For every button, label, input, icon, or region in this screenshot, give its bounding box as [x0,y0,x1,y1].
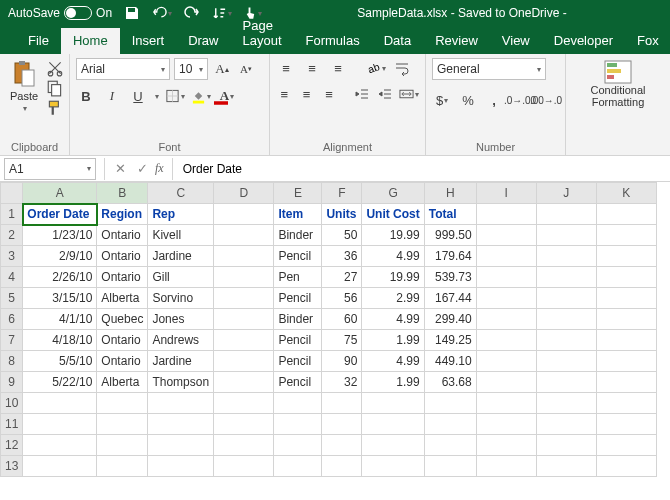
cell[interactable] [536,246,596,267]
tab-review[interactable]: Review [423,28,490,54]
cell[interactable] [97,456,148,477]
cell[interactable]: Rep [148,204,214,225]
row-header[interactable]: 10 [1,393,23,414]
name-box[interactable]: A1▾ [4,158,96,180]
col-header[interactable]: K [596,183,656,204]
cell[interactable] [424,435,476,456]
cell[interactable]: 167.44 [424,288,476,309]
increase-decimal-icon[interactable]: .0→.00 [510,90,530,110]
cell[interactable]: Andrews [148,330,214,351]
bold-button[interactable]: B [76,86,96,106]
cell[interactable]: 60 [322,309,362,330]
col-header[interactable]: H [424,183,476,204]
cell[interactable] [274,414,322,435]
cell[interactable] [596,330,656,351]
cell[interactable] [476,309,536,330]
cell[interactable]: 50 [322,225,362,246]
cell[interactable] [214,456,274,477]
align-right-icon[interactable]: ≡ [321,84,337,104]
cell[interactable] [148,414,214,435]
cell[interactable]: 4.99 [362,351,424,372]
cell[interactable] [476,414,536,435]
cell[interactable] [23,456,97,477]
cell[interactable] [424,393,476,414]
align-center-icon[interactable]: ≡ [298,84,314,104]
cell[interactable]: 5/5/10 [23,351,97,372]
font-color-icon[interactable]: A▾ [217,86,237,106]
grow-font-icon[interactable]: A▴ [212,59,232,79]
cell[interactable]: Pencil [274,288,322,309]
cell[interactable]: Units [322,204,362,225]
autosave-toggle[interactable]: AutoSave On [8,6,112,20]
cell[interactable] [214,225,274,246]
cell[interactable] [214,204,274,225]
copy-icon[interactable] [46,80,64,96]
decrease-decimal-icon[interactable]: .00→.0 [536,90,556,110]
cell[interactable] [476,330,536,351]
row-header[interactable]: 1 [1,204,23,225]
cell[interactable] [214,435,274,456]
cell[interactable] [214,288,274,309]
cell[interactable]: Ontario [97,267,148,288]
cell[interactable] [476,435,536,456]
cell[interactable] [274,456,322,477]
cell[interactable]: Pencil [274,372,322,393]
cell[interactable]: 449.10 [424,351,476,372]
cell[interactable]: Quebec [97,309,148,330]
worksheet-grid[interactable]: ABCDEFGHIJK 1Order DateRegionRepItemUnit… [0,182,670,477]
cell[interactable]: 5/22/10 [23,372,97,393]
cell[interactable]: 36 [322,246,362,267]
cell[interactable]: Pencil [274,330,322,351]
cell[interactable] [596,225,656,246]
cell[interactable]: Jardine [148,246,214,267]
cell[interactable] [97,393,148,414]
col-header[interactable]: G [362,183,424,204]
cell[interactable] [476,351,536,372]
paste-button[interactable]: Paste ▾ [6,58,42,115]
cell[interactable]: 56 [322,288,362,309]
cell[interactable] [536,372,596,393]
cell[interactable]: Alberta [97,288,148,309]
cell[interactable] [362,393,424,414]
cell[interactable] [424,414,476,435]
font-name-combo[interactable]: Arial▾ [76,58,170,80]
cell[interactable] [214,372,274,393]
cell[interactable] [596,246,656,267]
row-header[interactable]: 4 [1,267,23,288]
percent-icon[interactable]: % [458,90,478,110]
cell[interactable] [536,435,596,456]
cell[interactable] [476,267,536,288]
cell[interactable] [97,414,148,435]
cell[interactable]: Ontario [97,225,148,246]
row-header[interactable]: 11 [1,414,23,435]
cell[interactable]: Kivell [148,225,214,246]
cell[interactable]: 63.68 [424,372,476,393]
col-header[interactable]: I [476,183,536,204]
cell[interactable]: 999.50 [424,225,476,246]
format-painter-icon[interactable] [46,100,64,116]
cell[interactable]: 539.73 [424,267,476,288]
cell[interactable]: 1/23/10 [23,225,97,246]
cell[interactable] [23,435,97,456]
tab-data[interactable]: Data [372,28,423,54]
cell[interactable] [322,414,362,435]
tab-developer[interactable]: Developer [542,28,625,54]
cell[interactable] [97,435,148,456]
sort-icon[interactable]: ▾ [212,3,232,23]
cell[interactable] [476,393,536,414]
cell[interactable]: 90 [322,351,362,372]
tab-fox[interactable]: Fox [625,28,670,54]
align-top-icon[interactable]: ≡ [276,58,296,78]
number-format-combo[interactable]: General▾ [432,58,546,80]
cell[interactable]: 32 [322,372,362,393]
fill-color-icon[interactable]: ▾ [191,86,211,106]
save-icon[interactable] [122,3,142,23]
cell[interactable] [536,456,596,477]
cell[interactable] [148,393,214,414]
row-header[interactable]: 2 [1,225,23,246]
row-header[interactable]: 5 [1,288,23,309]
row-header[interactable]: 13 [1,456,23,477]
cell[interactable] [214,351,274,372]
cell[interactable] [596,393,656,414]
cell[interactable]: Ontario [97,351,148,372]
